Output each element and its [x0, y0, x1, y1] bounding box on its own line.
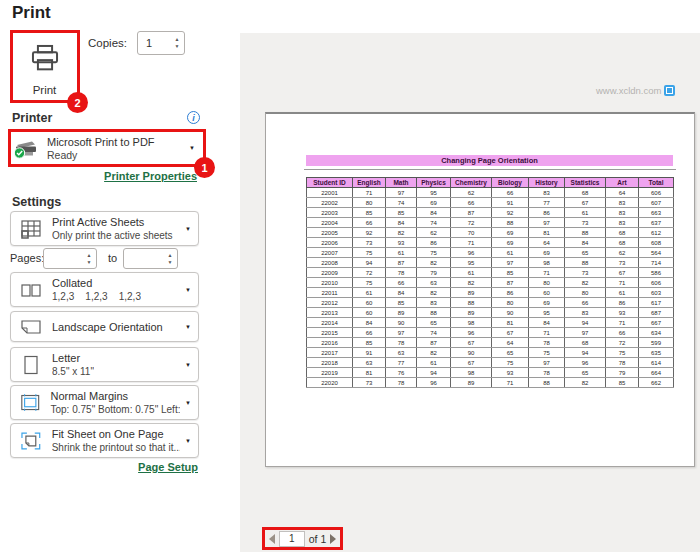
- setting-title: Fit Sheet on One Page: [52, 428, 180, 440]
- setting-margins[interactable]: Normal Margins Top: 0.75" Bottom: 0.75" …: [10, 385, 199, 420]
- setting-title: Collated: [52, 277, 141, 289]
- table-cell: 77: [529, 198, 565, 208]
- spinner-down-icon[interactable]: ▼: [87, 260, 92, 265]
- sheet-grid-icon: [19, 218, 43, 240]
- table-cell: 22016: [307, 338, 353, 348]
- spinner-up-icon[interactable]: ▲: [168, 253, 173, 258]
- page-setup-link[interactable]: Page Setup: [8, 461, 198, 473]
- table-cell: 88: [565, 228, 606, 238]
- previous-page-icon[interactable]: [269, 534, 275, 544]
- printer-properties-link[interactable]: Printer Properties: [8, 170, 197, 182]
- table-cell: 60: [529, 288, 565, 298]
- table-cell: 69: [529, 248, 565, 258]
- table-cell: 75: [417, 248, 451, 258]
- table-cell: 78: [386, 378, 417, 388]
- table-cell: 98: [451, 368, 492, 378]
- table-cell: 87: [451, 208, 492, 218]
- table-cell: 93: [606, 308, 639, 318]
- table-cell: 65: [417, 318, 451, 328]
- table-cell: 97: [529, 358, 565, 368]
- table-cell: 82: [417, 288, 451, 298]
- table-row: 220038585848792866183663: [307, 208, 674, 218]
- table-cell: 97: [386, 328, 417, 338]
- table-cell: 80: [492, 298, 529, 308]
- table-cell: 68: [565, 338, 606, 348]
- annotation-rect-print: [10, 30, 80, 103]
- table-cell: 67: [492, 328, 529, 338]
- table-cell: 87: [492, 278, 529, 288]
- table-cell: 84: [386, 288, 417, 298]
- table-cell: 22001: [307, 188, 353, 198]
- table-cell: 22020: [307, 378, 353, 388]
- table-cell: 22005: [307, 228, 353, 238]
- table-cell: 22011: [307, 288, 353, 298]
- next-page-icon[interactable]: [330, 534, 336, 544]
- table-cell: 82: [417, 258, 451, 268]
- pages-from-input[interactable]: ▲ ▼: [43, 248, 97, 269]
- page-title: Print: [12, 3, 51, 23]
- table-cell: 94: [417, 368, 451, 378]
- setting-scaling[interactable]: Fit Sheet on One Page Shrink the printou…: [10, 423, 199, 458]
- info-icon[interactable]: i: [187, 111, 200, 124]
- table-cell: 78: [386, 268, 417, 278]
- chevron-down-icon: ▼: [185, 287, 191, 293]
- table-cell: 72: [451, 218, 492, 228]
- table-cell: 62: [606, 248, 639, 258]
- table-cell: 64: [606, 188, 639, 198]
- spinner-up-icon[interactable]: ▲: [87, 253, 92, 258]
- table-cell: 65: [492, 348, 529, 358]
- table-row: 220198176949893786579664: [307, 368, 674, 378]
- pages-from-spin-arrows[interactable]: ▲ ▼: [82, 253, 96, 265]
- chevron-down-icon: ▼: [185, 362, 191, 368]
- setting-print-active-sheets[interactable]: Print Active Sheets Only print the activ…: [10, 211, 199, 246]
- fit-sheet-icon: [19, 430, 43, 452]
- table-cell: 86: [492, 288, 529, 298]
- table-cell: 92: [492, 208, 529, 218]
- table-cell: 68: [606, 228, 639, 238]
- table-cell: 606: [639, 278, 674, 288]
- copies-spin-arrows[interactable]: ▲ ▼: [170, 37, 184, 49]
- table-row: 220156697749667719766634: [307, 328, 674, 338]
- table-cell: 61: [492, 248, 529, 258]
- settings-section-label: Settings: [12, 195, 61, 209]
- setting-orientation[interactable]: Landscape Orientation ▼: [10, 311, 199, 342]
- table-cell: 608: [639, 238, 674, 248]
- table-cell: 61: [606, 288, 639, 298]
- table-cell: 72: [353, 268, 386, 278]
- spinner-down-icon[interactable]: ▼: [168, 260, 173, 265]
- table-cell: 78: [529, 368, 565, 378]
- table-cell: 78: [529, 338, 565, 348]
- table-cell: 22014: [307, 318, 353, 328]
- setting-collated[interactable]: Collated 1,2,3 1,2,3 1,2,3 ▼: [10, 272, 199, 307]
- page-count-label: of 1: [309, 533, 327, 545]
- collated-icon: [19, 281, 43, 299]
- pages-to-input[interactable]: ▲ ▼: [123, 248, 178, 269]
- spinner-up-icon[interactable]: ▲: [175, 37, 180, 42]
- table-cell: 84: [417, 208, 451, 218]
- current-page-input[interactable]: 1: [279, 531, 305, 547]
- table-cell: 90: [492, 308, 529, 318]
- table-cell: 92: [353, 228, 386, 238]
- print-backstage-view: Print Print 2 Copies: 1 ▲ ▼ Printer i Mi…: [0, 0, 700, 552]
- table-cell: 96: [417, 378, 451, 388]
- table-cell: 71: [529, 328, 565, 338]
- table-cell: 22015: [307, 328, 353, 338]
- table-cell: 85: [353, 208, 386, 218]
- table-cell: 88: [451, 298, 492, 308]
- table-cell: 77: [386, 358, 417, 368]
- table-cell: 86: [606, 298, 639, 308]
- spinner-down-icon[interactable]: ▼: [175, 44, 180, 49]
- table-row: 220207378968971888285662: [307, 378, 674, 388]
- table-cell: 84: [529, 318, 565, 328]
- table-cell: 75: [353, 248, 386, 258]
- printer-section-label: Printer: [12, 111, 52, 125]
- table-cell: 85: [353, 338, 386, 348]
- table-cell: 714: [639, 258, 674, 268]
- pages-to-spin-arrows[interactable]: ▲ ▼: [163, 253, 177, 265]
- table-row: 220017197956266836864606: [307, 188, 674, 198]
- table-cell: 86: [529, 208, 565, 218]
- copies-stepper[interactable]: 1 ▲ ▼: [137, 31, 185, 55]
- table-cell: 22010: [307, 278, 353, 288]
- table-cell: 68: [565, 188, 606, 198]
- setting-paper-size[interactable]: Letter 8.5" x 11" ▼: [10, 347, 199, 382]
